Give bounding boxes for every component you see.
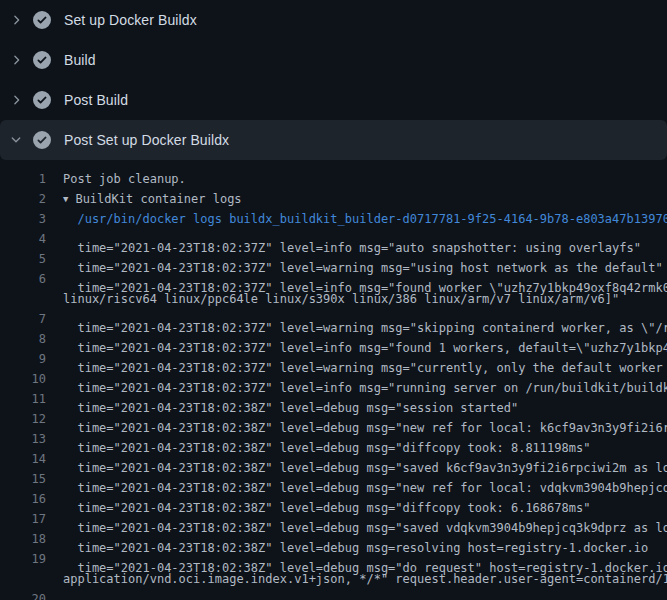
- step-label: Post Set up Docker Buildx: [64, 132, 229, 148]
- step-header-post-build[interactable]: Post Build: [0, 80, 667, 120]
- log-line: 9 time="2021-04-23T18:02:37Z" level=warn…: [0, 349, 667, 369]
- line-number-empty: [0, 289, 46, 309]
- chevron-right-icon: [8, 12, 24, 28]
- line-number[interactable]: 13: [0, 429, 46, 449]
- line-number[interactable]: 6: [0, 269, 46, 289]
- step-header-build[interactable]: Build: [0, 40, 667, 80]
- line-number[interactable]: 11: [0, 389, 46, 409]
- line-number[interactable]: 18: [0, 529, 46, 549]
- group-label: BuildKit container logs: [75, 192, 241, 206]
- log-line: 7 time="2021-04-23T18:02:37Z" level=warn…: [0, 309, 667, 329]
- workflow-job-log-panel: Set up Docker Buildx Build Post Build Po…: [0, 0, 667, 600]
- line-number-empty: [0, 569, 46, 589]
- log-line: 20 time="2021-04-23T18:02:38Z" level=deb…: [0, 589, 667, 600]
- log-line: 1 Post job cleanup.: [0, 169, 667, 189]
- line-number[interactable]: 15: [0, 469, 46, 489]
- log-line: 16 time="2021-04-23T18:02:38Z" level=deb…: [0, 489, 667, 509]
- step-list: Set up Docker Buildx Build Post Build Po…: [0, 0, 667, 160]
- log-line: 19 time="2021-04-23T18:02:38Z" level=deb…: [0, 549, 667, 569]
- log-text: linux/riscv64 linux/ppc64le linux/s390x …: [46, 289, 667, 309]
- line-number[interactable]: 20: [0, 589, 46, 600]
- chevron-down-icon: [8, 132, 24, 148]
- step-label: Post Build: [64, 92, 128, 108]
- log-line: 11 time="2021-04-23T18:02:38Z" level=deb…: [0, 389, 667, 409]
- line-number[interactable]: 7: [0, 309, 46, 329]
- log-line: 18 time="2021-04-23T18:02:38Z" level=deb…: [0, 529, 667, 549]
- check-circle-icon: [33, 131, 51, 149]
- log-line: 14 time="2021-04-23T18:02:38Z" level=deb…: [0, 449, 667, 469]
- group-collapse-icon: ▼: [63, 189, 68, 209]
- line-number[interactable]: 2: [0, 189, 46, 209]
- log-line: linux/riscv64 linux/ppc64le linux/s390x …: [0, 289, 667, 309]
- line-number[interactable]: 10: [0, 369, 46, 389]
- line-number[interactable]: 5: [0, 249, 46, 269]
- line-number[interactable]: 1: [0, 169, 46, 189]
- log-text: time="2021-04-23T18:02:38Z" level=debug …: [46, 589, 667, 600]
- step-header-post-set-up-docker-buildx[interactable]: Post Set up Docker Buildx: [0, 120, 667, 160]
- line-number[interactable]: 3: [0, 209, 46, 229]
- log-group-toggle[interactable]: 2 ▼BuildKit container logs: [0, 189, 667, 209]
- log-line: 10 time="2021-04-23T18:02:37Z" level=inf…: [0, 369, 667, 389]
- check-circle-icon: [33, 51, 51, 69]
- step-label: Build: [64, 52, 96, 68]
- log-line: 17 time="2021-04-23T18:02:38Z" level=deb…: [0, 509, 667, 529]
- check-circle-icon: [33, 11, 51, 29]
- line-number[interactable]: 14: [0, 449, 46, 469]
- log-text: Post job cleanup.: [46, 169, 667, 189]
- chevron-right-icon: [8, 52, 24, 68]
- log-viewer: 1 Post job cleanup. 2 ▼BuildKit containe…: [0, 160, 667, 600]
- log-line: 12 time="2021-04-23T18:02:38Z" level=deb…: [0, 409, 667, 429]
- log-line: 5 time="2021-04-23T18:02:37Z" level=warn…: [0, 249, 667, 269]
- check-circle-icon: [33, 91, 51, 109]
- log-line: application/vnd.oci.image.index.v1+json,…: [0, 569, 667, 589]
- log-text: application/vnd.oci.image.index.v1+json,…: [46, 569, 667, 589]
- log-line: 13 time="2021-04-23T18:02:38Z" level=deb…: [0, 429, 667, 449]
- log-line: 15 time="2021-04-23T18:02:38Z" level=deb…: [0, 469, 667, 489]
- log-line: 8 time="2021-04-23T18:02:37Z" level=info…: [0, 329, 667, 349]
- log-text: ▼BuildKit container logs: [46, 189, 667, 209]
- step-header-set-up-docker-buildx[interactable]: Set up Docker Buildx: [0, 0, 667, 40]
- line-number[interactable]: 12: [0, 409, 46, 429]
- line-number[interactable]: 9: [0, 349, 46, 369]
- line-number[interactable]: 16: [0, 489, 46, 509]
- log-line: 6 time="2021-04-23T18:02:37Z" level=info…: [0, 269, 667, 289]
- log-line: 3 /usr/bin/docker logs buildx_buildkit_b…: [0, 209, 667, 229]
- line-number[interactable]: 4: [0, 229, 46, 249]
- log-line: 4 time="2021-04-23T18:02:37Z" level=info…: [0, 229, 667, 249]
- command-text: /usr/bin/docker logs buildx_buildkit_bui…: [46, 209, 667, 229]
- line-number[interactable]: 8: [0, 329, 46, 349]
- chevron-right-icon: [8, 92, 24, 108]
- step-label: Set up Docker Buildx: [64, 12, 197, 28]
- line-number[interactable]: 17: [0, 509, 46, 529]
- line-number[interactable]: 19: [0, 549, 46, 569]
